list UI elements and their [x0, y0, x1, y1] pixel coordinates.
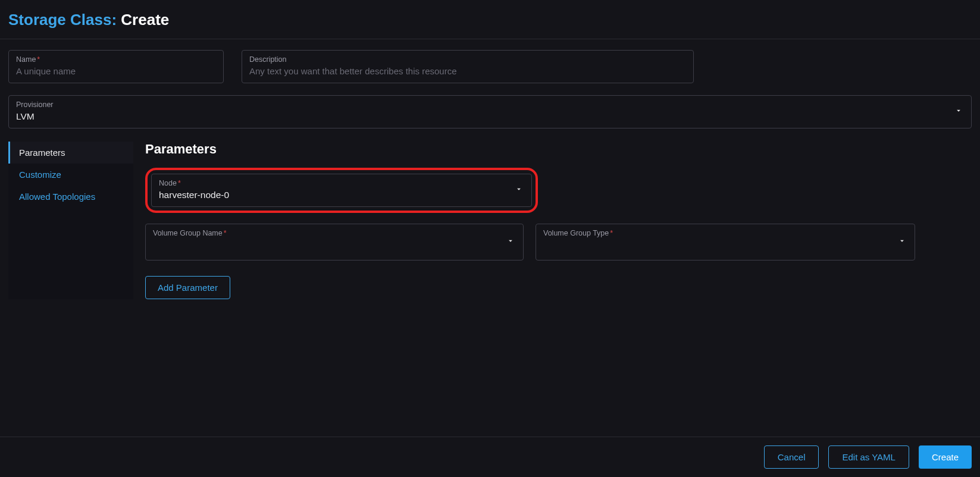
description-field-box[interactable]: Description [242, 50, 694, 83]
volume-group-type-select[interactable]: Volume Group Type* [536, 224, 915, 261]
parameters-panel: Parameters Node* harvester-node-0 [133, 142, 972, 299]
cancel-button[interactable]: Cancel [764, 445, 819, 469]
name-label: Name* [16, 55, 216, 64]
required-marker: * [610, 229, 613, 237]
breadcrumb-action: Create [121, 11, 169, 29]
edit-as-yaml-button[interactable]: Edit as YAML [828, 445, 909, 469]
page-header: Storage Class: Create [0, 0, 980, 39]
tab-allowed-topologies[interactable]: Allowed Topologies [8, 186, 133, 208]
provisioner-value: LVM [16, 111, 964, 122]
node-value: harvester-node-0 [159, 190, 524, 200]
top-fields-row: Name* Description [8, 50, 972, 83]
chevron-down-icon [898, 237, 906, 247]
required-marker: * [224, 229, 227, 237]
node-highlight-annotation: Node* harvester-node-0 [145, 168, 538, 213]
tab-parameters[interactable]: Parameters [8, 142, 133, 164]
breadcrumb-resource[interactable]: Storage Class: [8, 11, 117, 29]
add-parameter-button[interactable]: Add Parameter [145, 276, 230, 299]
create-button[interactable]: Create [919, 445, 972, 469]
provisioner-label: Provisioner [16, 101, 964, 109]
page-title: Storage Class: Create [8, 11, 972, 29]
volume-group-name-select[interactable]: Volume Group Name* [145, 224, 524, 261]
chevron-down-icon [506, 237, 515, 247]
tab-customize[interactable]: Customize [8, 164, 133, 186]
footer-actions: Cancel Edit as YAML Create [0, 437, 980, 477]
required-marker: * [37, 55, 40, 64]
required-marker: * [178, 179, 181, 187]
panel-title: Parameters [145, 142, 972, 157]
name-field-box[interactable]: Name* [8, 50, 224, 83]
node-select[interactable]: Node* harvester-node-0 [151, 174, 532, 207]
volume-group-name-label: Volume Group Name* [153, 229, 516, 237]
provisioner-select[interactable]: Provisioner LVM [8, 95, 972, 128]
volume-group-type-label: Volume Group Type* [543, 229, 907, 237]
side-tabs: Parameters Customize Allowed Topologies [8, 142, 133, 299]
content-area: Name* Description Provisioner LVM Parame… [0, 50, 980, 299]
volume-group-row: Volume Group Name* Volume Group Type* [145, 224, 972, 261]
description-input[interactable] [249, 66, 686, 76]
node-row: Node* harvester-node-0 [145, 168, 972, 213]
main-area: Parameters Customize Allowed Topologies … [8, 142, 972, 299]
description-label: Description [249, 55, 686, 64]
node-label: Node* [159, 179, 524, 187]
name-input[interactable] [16, 66, 216, 76]
